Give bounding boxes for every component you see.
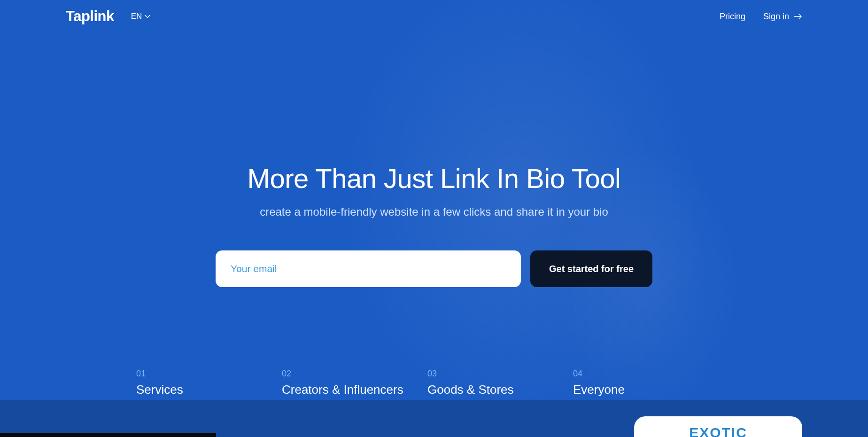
language-label: EN xyxy=(131,12,142,21)
tab-label: Everyone xyxy=(573,382,719,397)
email-field[interactable] xyxy=(216,250,521,287)
logo[interactable]: Taplink xyxy=(66,8,114,25)
tab-number: 01 xyxy=(136,369,282,379)
arrow-right-icon xyxy=(794,14,802,19)
hero-content: More Than Just Link In Bio Tool create a… xyxy=(0,26,868,287)
tab-number: 03 xyxy=(427,369,573,379)
hero-subtitle: create a mobile-friendly website in a fe… xyxy=(0,205,868,218)
language-switcher[interactable]: EN xyxy=(131,12,151,21)
get-started-button[interactable]: Get started for free xyxy=(530,250,652,287)
preview-card: EXOTIC xyxy=(634,416,802,437)
signup-form: Get started for free xyxy=(0,250,868,287)
bottom-band: EXOTIC xyxy=(0,400,868,437)
tab-label: Goods & Stores xyxy=(427,382,573,397)
tab-label: Creators & Influencers xyxy=(282,382,427,397)
signin-label: Sign in xyxy=(763,12,789,22)
signin-link[interactable]: Sign in xyxy=(763,12,802,22)
bottom-dark-strip xyxy=(0,433,216,437)
header: Taplink EN Pricing Sign in xyxy=(0,0,868,26)
chevron-down-icon xyxy=(145,14,150,19)
tab-number: 02 xyxy=(282,369,427,379)
preview-card-title: EXOTIC xyxy=(689,425,747,437)
hero-title: More Than Just Link In Bio Tool xyxy=(0,163,868,194)
tab-label: Services xyxy=(136,382,282,397)
pricing-link[interactable]: Pricing xyxy=(720,12,745,22)
tab-number: 04 xyxy=(573,369,719,379)
